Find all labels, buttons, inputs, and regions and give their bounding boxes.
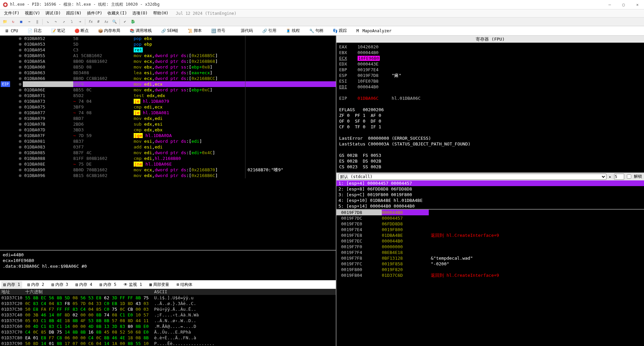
hex-row[interactable]: 01D37C1055 8B EC 56 8B 5D 08 56 53 E8 62… xyxy=(0,295,336,301)
tab-0[interactable]: 🖥CPU xyxy=(1,28,21,34)
breakpoint-dot[interactable] xyxy=(19,49,21,51)
disasm-row[interactable]: 01DBA0608B5D 08mov ebx,dword ptr ss:[ebp… xyxy=(0,64,336,70)
breakpoint-dot[interactable] xyxy=(19,72,21,74)
breakpoint-dot[interactable] xyxy=(19,174,21,177)
tab-5[interactable]: 📚调用堆栈 xyxy=(126,27,155,35)
tab-10[interactable]: 🔗引用 xyxy=(259,27,280,35)
disasm-row[interactable]: 01DBA055A1 5C8B1602mov eax,dword ptr ds:… xyxy=(0,53,336,58)
stack-row[interactable]: 0019F7E801DBA4BE返回到 hl.CreateInterface+9 xyxy=(336,232,644,238)
hex-row[interactable]: 01D37C9050 8D 14 01 8B 17 07 00 C6 04 14… xyxy=(0,341,336,346)
disasm-row[interactable]: 01DBA0668B0D CC8B1602mov ecx,dword ptr d… xyxy=(0,76,336,81)
menu-视图(V)[interactable]: 视图(V) xyxy=(23,10,42,17)
breakpoint-dot[interactable] xyxy=(19,43,21,46)
breakpoint-dot[interactable] xyxy=(19,77,21,80)
disasm-row[interactable]: 01DBA0525Bpop ebx xyxy=(0,36,336,41)
arg-row[interactable]: 1: [esp+4] 00004457 00004457 xyxy=(336,180,644,186)
tab-12[interactable]: 🔧句柄 xyxy=(306,27,327,35)
mem-tab-3[interactable]: ▤内存 4 xyxy=(74,281,94,288)
hex-row[interactable]: 01D37C6000 4D C1 83 C1 14 00 00 4D 8B 13… xyxy=(0,323,336,329)
register-row[interactable]: ECX 10FE96B0 xyxy=(339,55,641,61)
breakpoint-dot[interactable] xyxy=(19,106,21,109)
disasm-row[interactable]: 01DBA0638D3408lea esi,dword ptr ds:[eax+… xyxy=(0,70,336,76)
register-row[interactable]: ESI 10FE07B8 xyxy=(339,78,641,84)
disasm-row[interactable]: 01DBA0908B0D 708B1602mov ecx,dword ptr d… xyxy=(0,167,336,173)
disasm-row[interactable]: 01DBA08881FF 808B1602cmp edi,hl.2168B80 xyxy=(0,156,336,161)
disasm-row[interactable]: 01DBA0858B7F 4Cmov edi,dword ptr ds:[edi… xyxy=(0,150,336,156)
register-row[interactable]: EAX 10426020 xyxy=(339,44,641,50)
mem-tab-2[interactable]: ▤内存 3 xyxy=(49,281,70,288)
breakpoint-dot[interactable] xyxy=(19,163,21,166)
menu-跟踪(N)[interactable]: 跟踪(N) xyxy=(64,10,84,17)
tab-14[interactable]: MMapoAnalyzer xyxy=(353,28,395,34)
breakpoint-dot[interactable] xyxy=(19,123,21,126)
run-till-icon[interactable]: ⇥ xyxy=(76,18,84,26)
search-icon[interactable]: 🔍 xyxy=(111,18,118,26)
breakpoint-dot[interactable] xyxy=(19,60,21,63)
mem-tab-6[interactable]: ▦局部变量 xyxy=(147,281,171,288)
open-icon[interactable]: 📁 xyxy=(1,18,9,26)
disasm-row[interactable]: 01DBA07185D2test edx,edx xyxy=(0,93,336,98)
step-into-icon[interactable]: ↘ xyxy=(44,18,51,26)
tab-8[interactable]: 🔣符号 xyxy=(208,27,229,35)
close-button[interactable]: ✕ xyxy=(634,2,641,8)
tab-9[interactable]: 源代码 xyxy=(231,27,256,35)
hex-row[interactable]: 01D37C5005 03 C1 8B 4E 18 8B 4F 53 8B 8B… xyxy=(0,318,336,323)
maximize-button[interactable]: ▢ xyxy=(620,2,628,8)
arg-row[interactable]: 5: [esp+14] 000044B0 000044B0 xyxy=(336,203,644,209)
breakpoint-dot[interactable] xyxy=(19,157,21,160)
tab-13[interactable]: 👣跟踪 xyxy=(329,27,350,35)
breakpoint-dot[interactable] xyxy=(19,112,21,114)
step-over-icon[interactable]: ↷ xyxy=(52,18,59,26)
stack-row[interactable]: 0019F7DC00004457 xyxy=(336,215,644,221)
stack-panel[interactable]: 0019F7D8000044B00019F7DC000044570019F7E0… xyxy=(336,209,644,346)
tab-7[interactable]: 📜脚本 xyxy=(184,27,205,35)
menu-调试(D)[interactable]: 调试(D) xyxy=(43,10,63,17)
breakpoint-dot[interactable] xyxy=(19,94,21,97)
disasm-row[interactable]: 01DBA0818B37mov esi,dword ptr ds:[edi] xyxy=(0,138,336,144)
stack-row[interactable]: 0019F7F000000000 xyxy=(336,244,644,250)
disasm-row[interactable]: 01DBA077~ 74 08je hl.1DBA081 xyxy=(0,110,336,116)
run-icon[interactable]: → xyxy=(26,18,33,26)
menu-插件(P)[interactable]: 插件(P) xyxy=(85,10,104,17)
disasm-row[interactable]: 01DBA0798BD7mov edx,edi xyxy=(0,116,336,121)
disasm-row[interactable]: 01DBA05A8B0D 688B1602mov ecx,dword ptr d… xyxy=(0,58,336,64)
minimize-button[interactable]: — xyxy=(606,2,613,8)
hex-dump[interactable]: 地址 十六进制 ASCII 01D37C1055 8B EC 56 8B 5D … xyxy=(0,289,336,346)
stack-row[interactable]: 0019F8000019F820 xyxy=(336,267,644,272)
disasm-row[interactable]: 01DBA07B2BD6sub edx,esi xyxy=(0,121,336,127)
stack-row[interactable]: 0019F7E006FDD8D8 xyxy=(336,221,644,227)
hex-row[interactable]: 01D37C4000 3B 46 14 0F 8D 02 00 00 8B 74… xyxy=(0,312,336,318)
mem-tab-4[interactable]: ▤内存 5 xyxy=(98,281,119,288)
tab-11[interactable]: 🧵线程 xyxy=(282,27,303,35)
breakpoint-dot[interactable] xyxy=(19,134,21,137)
breakpoint-dot[interactable] xyxy=(19,89,21,91)
mem-tab-1[interactable]: ▤内存 2 xyxy=(26,281,46,288)
breakpoint-dot[interactable] xyxy=(19,169,21,171)
disasm-row[interactable]: 01DBA08E~ 75 DEjne hl.1DBA06E xyxy=(0,161,336,167)
disasm-row[interactable]: 01DBA06E8B55 0Cmov edx,dword ptr ss:[ebp… xyxy=(0,87,336,93)
disasm-row[interactable]: 01DBA0753BF9cmp edi,ecx xyxy=(0,104,336,110)
stack-row[interactable]: 0019F80401D37C6D返回到 hl.CreateInterface+9 xyxy=(336,272,644,278)
disasm-row[interactable]: EIP01DBA06C8BF9mov edi,ecx xyxy=(0,81,336,87)
settings-icon[interactable]: ✔ xyxy=(121,18,129,26)
disasm-row[interactable]: 01DBA07D3BD3cmp edx,ebx xyxy=(0,127,336,133)
register-row[interactable]: EBX 000044B0 xyxy=(339,50,641,55)
breakpoint-dot[interactable] xyxy=(19,146,21,148)
stack-row[interactable]: 0019F7E40019F800 xyxy=(336,227,644,232)
tab-3[interactable]: 🔴断点 xyxy=(71,27,92,35)
menu-文件(F)[interactable]: 文件(F) xyxy=(2,10,21,17)
eip-row[interactable]: EIP 01DBA06C hl.01DBA06C xyxy=(339,95,641,101)
lock-checkbox[interactable] xyxy=(627,174,631,179)
hex-row[interactable]: 01D37C70C4 0C 85 DB 75 14 8B 8B 16 8B 45… xyxy=(0,329,336,335)
pause-icon[interactable]: ‖ xyxy=(34,18,41,26)
args-count-input[interactable] xyxy=(614,174,624,180)
calling-convention-select[interactable]: 默认 (stdcall) xyxy=(338,174,606,180)
registers-panel[interactable]: 寄存器 (FPU) EAX 10426020EBX 000044B0ECX 10… xyxy=(336,36,644,172)
stack-row[interactable]: 0019F7F40BEB4E18 xyxy=(336,250,644,255)
breakpoint-dot[interactable] xyxy=(19,152,21,154)
stack-row[interactable]: 0019F7EC000044B0 xyxy=(336,238,644,244)
hex-row[interactable]: 01D37C3050 E8 FA F7 FF FF 83 C4 04 85 C0… xyxy=(0,306,336,312)
disasm-row[interactable]: 01DBA054C3ret xyxy=(0,47,336,53)
stop-icon[interactable]: ■ xyxy=(17,18,25,26)
az-icon[interactable]: Az xyxy=(103,18,110,26)
